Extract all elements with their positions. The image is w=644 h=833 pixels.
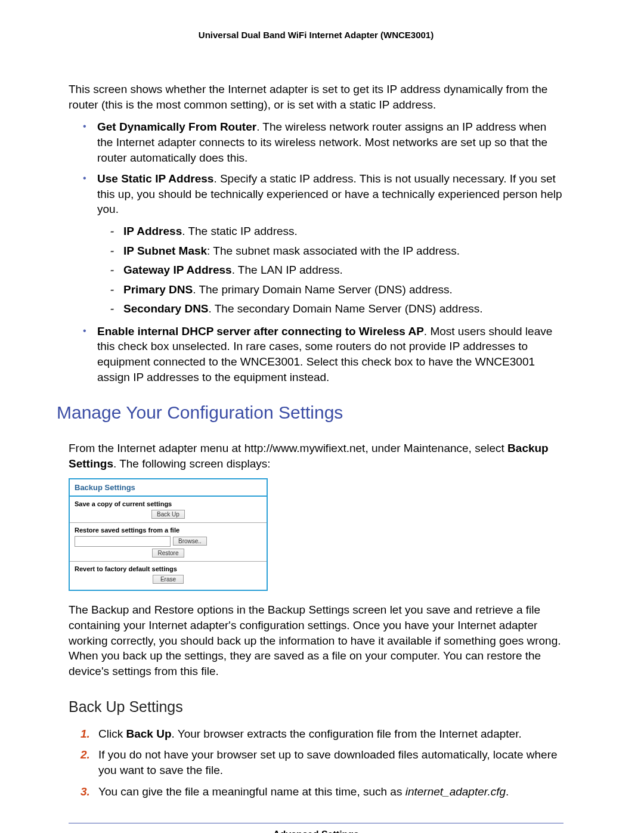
sub-item-text: : The subnet mask associated with the IP… [207,244,460,257]
step-number: 3. [80,784,90,800]
sub-item-label: Gateway IP Address [123,264,232,276]
save-copy-section: Save a copy of current settings Back Up [70,497,267,523]
section-label: Save a copy of current settings [75,500,262,507]
browse-button[interactable]: Browse.. [173,537,207,546]
list-item: IP Subnet Mask: The subnet mask associat… [109,243,564,260]
erase-button[interactable]: Erase [153,575,184,584]
heading-manage-config: Manage Your Configuration Settings [57,402,564,423]
backup-button[interactable]: Back Up [151,510,185,519]
step-number: 2. [80,747,90,763]
restore-button[interactable]: Restore [152,549,184,558]
intro2-paragraph: From the Internet adapter menu at http:/… [69,441,564,471]
steps-list: 1. Click Back Up. Your browser extracts … [69,726,564,800]
section-label: Revert to factory default settings [75,565,262,572]
restore-file-input[interactable] [75,536,171,547]
restore-section: Restore saved settings from a file Brows… [70,523,267,562]
sub-item-text: . The secondary Domain Name Server (DNS)… [209,302,483,315]
step-text: . Your browser extracts the configuratio… [171,727,521,740]
sub-dash-list: IP Address. The static IP address. IP Su… [97,223,564,318]
list-item: Primary DNS. The primary Domain Name Ser… [109,281,564,299]
list-item: Gateway IP Address. The LAN IP address. [109,262,564,279]
sub-item-label: Primary DNS [123,283,193,296]
step-text: If you do not have your browser set up t… [98,748,558,776]
backup-restore-paragraph: The Backup and Restore options in the Ba… [69,602,564,679]
step-text: Click [98,727,126,740]
step-item: 3. You can give the file a meaningful na… [80,784,564,800]
text: . The following screen displays: [113,457,271,470]
sub-item-text: . The static IP address. [182,225,298,237]
step-number: 1. [80,726,90,742]
sub-item-label: Secondary DNS [123,302,209,315]
step-text: You can give the file a meaningful name … [98,785,405,798]
sub-item-text: . The LAN IP address. [232,264,343,276]
section-label: Restore saved settings from a file [75,527,262,534]
backup-settings-screenshot: Backup Settings Save a copy of current s… [69,478,268,591]
step-item: 1. Click Back Up. Your browser extracts … [80,726,564,742]
list-item-label: Enable internal DHCP server after connec… [97,325,424,337]
filename-example: internet_adapter.cfg [405,785,506,798]
document-header: Universal Dual Band WiFi Internet Adapte… [69,30,564,40]
intro-paragraph: This screen shows whether the Internet a… [69,82,564,112]
sub-item-label: IP Subnet Mask [123,244,207,257]
list-item-label: Use Static IP Address [97,172,213,185]
list-item: Get Dynamically From Router. The wireles… [80,119,564,165]
step-text: . [506,785,509,798]
list-item: Enable internal DHCP server after connec… [80,324,564,385]
list-item: Secondary DNS. The secondary Domain Name… [109,301,564,318]
step-bold: Back Up [126,727,171,740]
panel-title: Backup Settings [70,479,267,494]
list-item: IP Address. The static IP address. [109,223,564,240]
sub-item-text: . The primary Domain Name Server (DNS) a… [193,283,453,296]
heading-backup-settings: Back Up Settings [69,698,564,716]
footer-chapter: Advanced Settings [69,829,564,833]
footer-rule [69,823,564,823]
list-item-label: Get Dynamically From Router [97,120,256,133]
step-item: 2. If you do not have your browser set u… [80,747,564,778]
options-bullet-list: Get Dynamically From Router. The wireles… [69,119,564,385]
erase-section: Revert to factory default settings Erase [70,562,267,590]
sub-item-label: IP Address [123,225,182,237]
list-item: Use Static IP Address. Specify a static … [80,171,564,317]
document-page: Universal Dual Band WiFi Internet Adapte… [0,0,644,833]
text: From the Internet adapter menu at http:/… [69,442,507,454]
